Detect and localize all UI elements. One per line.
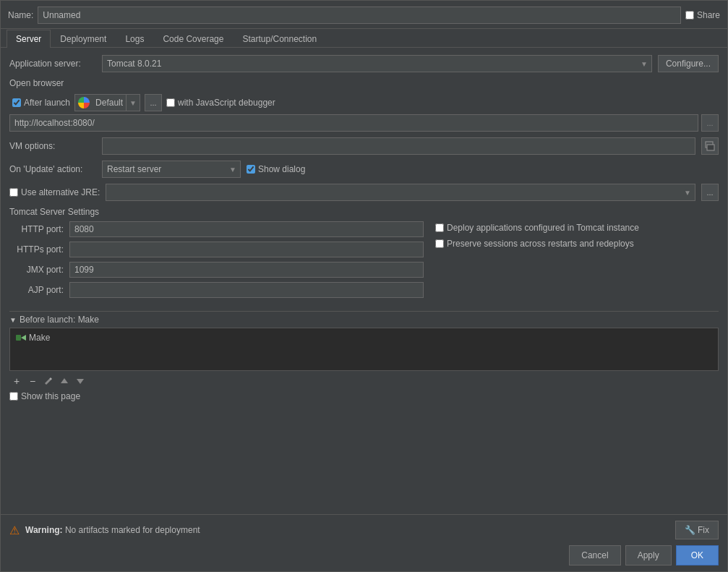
- on-update-label: On 'Update' action:: [9, 164, 96, 174]
- jre-select[interactable]: [106, 184, 695, 201]
- launch-toolbar: + −: [9, 371, 719, 391]
- up-arrow-icon: [60, 377, 69, 385]
- alt-jre-check-label[interactable]: Use alternative JRE:: [9, 187, 100, 197]
- cancel-button[interactable]: Cancel: [569, 545, 620, 565]
- svg-marker-4: [61, 378, 68, 383]
- url-row: ...: [9, 114, 719, 132]
- tab-startup-connection[interactable]: Startup/Connection: [233, 30, 326, 48]
- update-action-select[interactable]: Restart server Redeploy Update classes a…: [102, 161, 241, 178]
- edit-task-button[interactable]: [41, 374, 56, 388]
- ajp-port-label: AJP port:: [9, 285, 64, 295]
- tab-code-coverage[interactable]: Code Coverage: [153, 30, 233, 48]
- http-port-input[interactable]: [69, 221, 424, 237]
- fix-button[interactable]: 🔧 Fix: [675, 521, 719, 539]
- before-launch-header-label: Before launch: Make: [20, 315, 99, 325]
- http-port-row: HTTP port:: [9, 221, 424, 237]
- port-fields: HTTP port: HTTPs port: JMX port: AJP por…: [9, 221, 424, 298]
- browser-combo: Default ▼: [74, 94, 140, 111]
- warning-message: No artifacts marked for deployment: [65, 525, 200, 535]
- browser-icon-wrapper: [75, 95, 93, 111]
- preserve-check-label[interactable]: Preserve sessions across restarts and re…: [435, 239, 639, 249]
- app-server-row: Application server: Tomcat 8.0.21 ▼ Conf…: [9, 55, 719, 72]
- vm-expand-button[interactable]: [701, 137, 719, 155]
- preserve-checkbox[interactable]: [435, 239, 444, 248]
- https-port-input[interactable]: [69, 242, 424, 257]
- show-page-checkbox[interactable]: [9, 392, 18, 401]
- run-debug-config-dialog: Name: Share Server Deployment Logs Code …: [0, 0, 728, 572]
- edit-icon: [43, 376, 53, 386]
- before-launch-content: Make: [9, 328, 719, 371]
- preserve-label: Preserve sessions across restarts and re…: [447, 239, 634, 249]
- tomcat-section-label: Tomcat Server Settings: [9, 207, 719, 217]
- app-server-label: Application server:: [9, 59, 96, 69]
- alt-jre-checkbox[interactable]: [9, 188, 18, 197]
- show-page-check-label[interactable]: Show this page: [9, 391, 80, 401]
- open-browser-section: Open browser After launch Default ▼ ...: [9, 78, 719, 132]
- share-checkbox[interactable]: [685, 11, 694, 20]
- app-server-select-wrapper: Tomcat 8.0.21 ▼: [102, 55, 652, 72]
- after-launch-check-label[interactable]: After launch: [12, 98, 70, 108]
- svg-marker-3: [21, 335, 26, 341]
- after-launch-checkbox[interactable]: [12, 98, 21, 107]
- open-browser-label: Open browser: [9, 78, 719, 88]
- svg-marker-5: [77, 379, 84, 384]
- configure-button[interactable]: Configure...: [658, 55, 719, 72]
- browser-dots-button[interactable]: ...: [145, 94, 162, 111]
- name-input[interactable]: [38, 7, 681, 24]
- https-port-label: HTTPs port:: [9, 244, 64, 255]
- main-content: Application server: Tomcat 8.0.21 ▼ Conf…: [1, 48, 727, 514]
- vm-options-row: VM options:: [9, 137, 719, 155]
- remove-task-button[interactable]: −: [25, 374, 40, 388]
- warning-bold: Warning:: [25, 525, 63, 535]
- deploy-checkbox[interactable]: [435, 223, 444, 232]
- browser-combo-arrow-icon[interactable]: ▼: [127, 95, 140, 111]
- vm-options-input[interactable]: [102, 137, 695, 155]
- add-task-button[interactable]: +: [9, 374, 24, 388]
- move-up-button[interactable]: [57, 374, 72, 388]
- show-page-row: Show this page: [9, 391, 719, 401]
- name-row: Name: Share: [1, 1, 727, 29]
- jre-dots-button[interactable]: ...: [701, 184, 719, 201]
- url-expand-button[interactable]: ...: [701, 114, 719, 132]
- show-dialog-label: Show dialog: [258, 164, 305, 174]
- browser-row: After launch Default ▼ ... with JavaScri…: [9, 94, 719, 111]
- make-label: Make: [29, 333, 50, 343]
- browser-combo-text[interactable]: Default: [93, 95, 127, 111]
- down-arrow-icon: [76, 377, 85, 385]
- ajp-port-input[interactable]: [69, 282, 424, 298]
- tomcat-settings: HTTP port: HTTPs port: JMX port: AJP por…: [9, 221, 719, 298]
- jmx-port-row: JMX port:: [9, 262, 424, 278]
- name-label: Name:: [8, 10, 33, 20]
- after-launch-label: After launch: [24, 98, 70, 108]
- ajp-port-row: AJP port:: [9, 282, 424, 298]
- deploy-check-label[interactable]: Deploy applications configured in Tomcat…: [435, 223, 639, 233]
- js-debugger-check-label[interactable]: with JavaScript debugger: [166, 98, 275, 108]
- vm-options-label: VM options:: [9, 141, 96, 151]
- ok-button[interactable]: OK: [676, 545, 719, 565]
- https-port-row: HTTPs port:: [9, 242, 424, 257]
- show-dialog-check-label[interactable]: Show dialog: [247, 164, 305, 174]
- js-debugger-checkbox[interactable]: [166, 98, 175, 107]
- share-row: Share: [685, 10, 720, 20]
- js-debugger-label: with JavaScript debugger: [178, 98, 275, 108]
- jre-row: Use alternative JRE: ▼ ...: [9, 184, 719, 201]
- move-down-button[interactable]: [73, 374, 87, 388]
- tomcat-settings-section: Tomcat Server Settings HTTP port: HTTPs …: [9, 207, 719, 298]
- apply-button[interactable]: Apply: [625, 545, 672, 565]
- warning-row: ⚠ Warning: No artifacts marked for deplo…: [9, 521, 719, 539]
- tabs-row: Server Deployment Logs Code Coverage Sta…: [1, 29, 727, 48]
- action-buttons: Cancel Apply OK: [9, 545, 719, 565]
- app-server-select[interactable]: Tomcat 8.0.21: [102, 55, 652, 72]
- jmx-port-input[interactable]: [69, 262, 424, 278]
- url-input[interactable]: [9, 114, 698, 132]
- show-dialog-checkbox[interactable]: [247, 165, 255, 174]
- tab-logs[interactable]: Logs: [116, 30, 153, 48]
- warning-icon: ⚠: [9, 524, 20, 537]
- tab-server[interactable]: Server: [7, 30, 51, 48]
- bottom-area: ⚠ Warning: No artifacts marked for deplo…: [1, 514, 727, 571]
- make-item: Make: [16, 331, 712, 344]
- tab-deployment[interactable]: Deployment: [51, 30, 116, 48]
- alt-jre-label: Use alternative JRE:: [21, 187, 100, 197]
- before-launch-section: ▼ Before launch: Make Make + −: [9, 308, 719, 401]
- before-launch-header[interactable]: ▼ Before launch: Make: [9, 311, 719, 328]
